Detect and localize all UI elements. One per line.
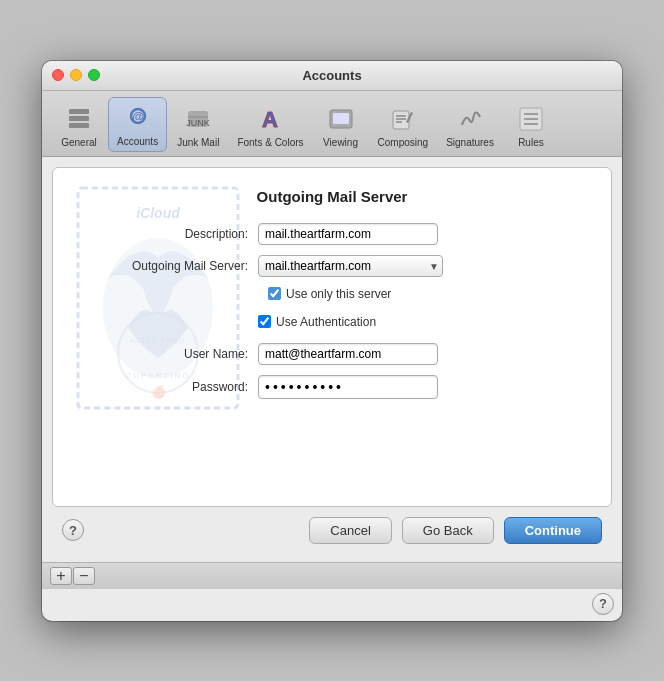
accounts-label: Accounts: [117, 136, 158, 147]
toolbar-item-general[interactable]: General: [52, 99, 106, 152]
toolbar-item-accounts[interactable]: @ Accounts: [108, 97, 167, 152]
traffic-lights: [52, 69, 100, 81]
password-input[interactable]: [258, 375, 438, 399]
button-bar: ? Cancel Go Back Continue: [52, 507, 612, 552]
use-auth-label[interactable]: Use Authentication: [276, 315, 376, 329]
svg-text:JUNK: JUNK: [187, 118, 211, 128]
composing-icon: [387, 103, 419, 135]
remove-account-button[interactable]: −: [73, 567, 95, 585]
outgoing-server-label: Outgoing Mail Server:: [83, 259, 258, 273]
fonts-colors-icon: A A: [254, 103, 286, 135]
password-label: Password:: [83, 380, 258, 394]
bottom-help-area: ?: [42, 589, 622, 621]
junk-mail-label: Junk Mail: [177, 137, 219, 148]
toolbar-item-rules[interactable]: Rules: [504, 99, 558, 152]
svg-rect-11: [333, 113, 349, 124]
junk-mail-icon: JUNK: [182, 103, 214, 135]
close-button[interactable]: [52, 69, 64, 81]
titlebar: Accounts: [42, 61, 622, 91]
outgoing-server-row: Outgoing Mail Server: mail.theartfarm.co…: [83, 255, 581, 277]
signatures-icon: [454, 103, 486, 135]
use-only-server-checkbox[interactable]: [268, 287, 281, 300]
inner-panel: iCloud CUPERTINO 🍎 HELLO FROM Outgoing M…: [52, 167, 612, 507]
signatures-label: Signatures: [446, 137, 494, 148]
viewing-label: Viewing: [323, 137, 358, 148]
username-input[interactable]: [258, 343, 438, 365]
svg-rect-0: [69, 109, 89, 114]
minimize-button[interactable]: [70, 69, 82, 81]
use-auth-row: Use Authentication: [83, 315, 581, 329]
svg-rect-1: [69, 116, 89, 121]
use-only-server-label[interactable]: Use only this server: [286, 287, 391, 301]
help-button[interactable]: ?: [62, 519, 84, 541]
use-only-server-row: Use only this server: [268, 287, 581, 301]
toolbar-item-composing[interactable]: Composing: [370, 99, 437, 152]
svg-text:@: @: [132, 110, 144, 124]
general-icon: [63, 103, 95, 135]
rules-icon: [515, 103, 547, 135]
username-row: User Name:: [83, 343, 581, 365]
form-section: Outgoing Mail Server Description: Outgoi…: [83, 188, 581, 399]
bottom-help-button[interactable]: ?: [592, 593, 614, 615]
description-input[interactable]: [258, 223, 438, 245]
password-row: Password:: [83, 375, 581, 399]
toolbar-item-viewing[interactable]: Viewing: [314, 99, 368, 152]
viewing-icon: [325, 103, 357, 135]
username-label: User Name:: [83, 347, 258, 361]
accounts-icon: @: [122, 102, 154, 134]
maximize-button[interactable]: [88, 69, 100, 81]
composing-label: Composing: [378, 137, 429, 148]
outgoing-server-select-wrapper: mail.theartfarm.com ▼: [258, 255, 443, 277]
description-label: Description:: [83, 227, 258, 241]
toolbar: General @ Accounts JUNK Junk Mail: [42, 91, 622, 157]
toolbar-item-fonts-colors[interactable]: A A Fonts & Colors: [229, 99, 311, 152]
use-auth-checkbox[interactable]: [258, 315, 271, 328]
continue-button[interactable]: Continue: [504, 517, 602, 544]
description-row: Description:: [83, 223, 581, 245]
toolbar-item-signatures[interactable]: Signatures: [438, 99, 502, 152]
cancel-button[interactable]: Cancel: [309, 517, 391, 544]
go-back-button[interactable]: Go Back: [402, 517, 494, 544]
toolbar-item-junk-mail[interactable]: JUNK Junk Mail: [169, 99, 227, 152]
svg-text:A: A: [263, 107, 279, 132]
main-window: Accounts General @ Accounts: [42, 61, 622, 621]
fonts-colors-label: Fonts & Colors: [237, 137, 303, 148]
add-remove-bar: + −: [42, 562, 622, 589]
main-content: iCloud CUPERTINO 🍎 HELLO FROM Outgoing M…: [42, 157, 622, 562]
add-account-button[interactable]: +: [50, 567, 72, 585]
rules-label: Rules: [518, 137, 544, 148]
outgoing-server-select[interactable]: mail.theartfarm.com: [258, 255, 443, 277]
action-buttons: Cancel Go Back Continue: [309, 517, 602, 544]
window-title: Accounts: [302, 68, 361, 83]
svg-rect-2: [69, 123, 89, 128]
svg-rect-12: [393, 111, 409, 129]
general-label: General: [61, 137, 97, 148]
panel-title: Outgoing Mail Server: [83, 188, 581, 205]
